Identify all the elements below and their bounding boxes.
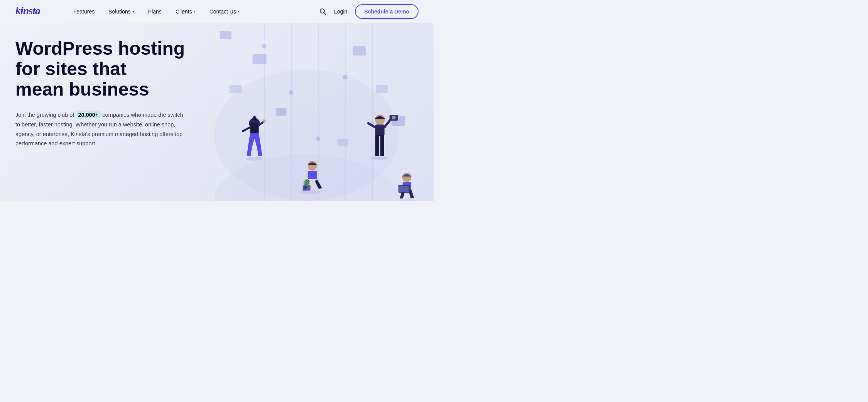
hero-content: WordPress hosting for sites that mean bu… bbox=[0, 23, 201, 201]
svg-rect-36 bbox=[250, 123, 258, 134]
svg-point-39 bbox=[262, 119, 265, 123]
nav-contact-us[interactable]: Contact Us ▾ bbox=[209, 8, 240, 15]
svg-rect-20 bbox=[376, 85, 387, 93]
hero-description: Join the growing club of 20,000+ compani… bbox=[15, 110, 185, 148]
search-icon bbox=[319, 8, 326, 15]
svg-rect-49 bbox=[375, 135, 379, 156]
svg-rect-15 bbox=[220, 31, 231, 39]
svg-text:kinsta: kinsta bbox=[15, 5, 41, 17]
nav-clients[interactable]: Clients ▾ bbox=[176, 8, 196, 15]
svg-rect-42 bbox=[307, 171, 317, 179]
svg-point-46 bbox=[301, 190, 320, 194]
nav-features[interactable]: Features bbox=[73, 8, 95, 15]
svg-line-2 bbox=[324, 13, 326, 15]
svg-point-40 bbox=[246, 157, 263, 161]
svg-point-60 bbox=[398, 199, 415, 201]
svg-point-55 bbox=[371, 156, 388, 160]
svg-point-45 bbox=[304, 179, 308, 183]
hero-section: WordPress hosting for sites that mean bu… bbox=[0, 23, 434, 201]
nav-links: Features Solutions ▾ Plans Clients ▾ Con… bbox=[73, 8, 319, 15]
chevron-down-icon: ▾ bbox=[132, 10, 134, 13]
svg-point-54 bbox=[392, 116, 395, 119]
svg-rect-17 bbox=[229, 85, 241, 93]
login-link[interactable]: Login bbox=[334, 8, 347, 15]
search-button[interactable] bbox=[319, 8, 326, 15]
brand-logo[interactable]: kinsta bbox=[15, 4, 50, 19]
nav-right: Login Schedule a Demo bbox=[319, 4, 419, 19]
nav-plans[interactable]: Plans bbox=[148, 8, 162, 15]
svg-rect-18 bbox=[275, 108, 286, 116]
svg-rect-19 bbox=[353, 46, 366, 56]
svg-rect-50 bbox=[380, 135, 384, 156]
chevron-down-icon: ▾ bbox=[194, 10, 196, 13]
svg-rect-48 bbox=[375, 124, 384, 136]
svg-point-47 bbox=[375, 114, 385, 124]
svg-point-35 bbox=[253, 116, 255, 118]
svg-point-41 bbox=[307, 161, 317, 171]
nav-solutions[interactable]: Solutions ▾ bbox=[108, 8, 134, 15]
schedule-demo-button[interactable]: Schedule a Demo bbox=[355, 4, 419, 19]
svg-rect-59 bbox=[399, 186, 409, 192]
navigation: kinsta Features Solutions ▾ Plans Client… bbox=[0, 0, 434, 23]
hero-title: WordPress hosting for sites that mean bu… bbox=[15, 39, 185, 99]
highlight-number: 20,000+ bbox=[76, 111, 101, 118]
svg-rect-22 bbox=[337, 139, 348, 146]
svg-point-56 bbox=[402, 173, 411, 182]
chevron-down-icon: ▾ bbox=[238, 10, 240, 13]
